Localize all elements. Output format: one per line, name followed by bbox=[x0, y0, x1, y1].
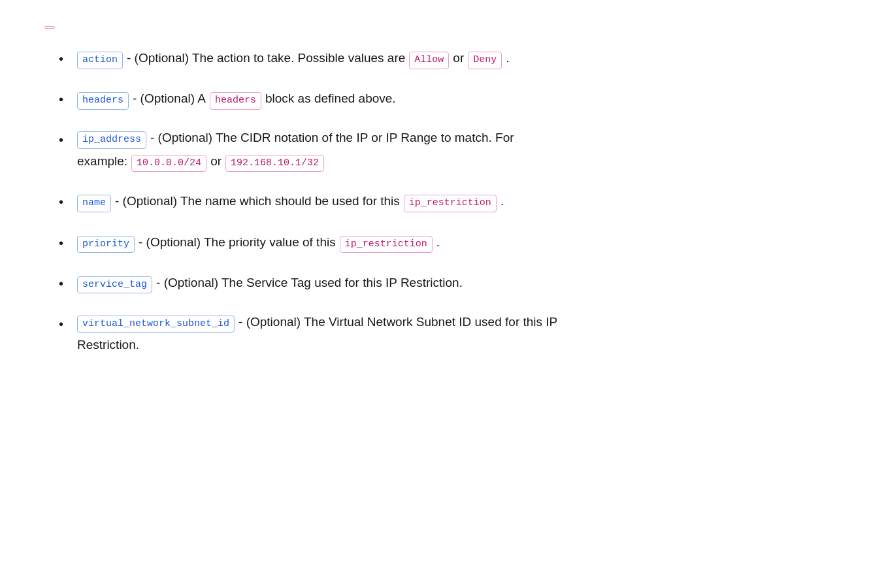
text-or-1: or bbox=[453, 47, 464, 69]
list-item-action: action - (Optional) The action to take. … bbox=[59, 47, 847, 69]
intro-line bbox=[39, 26, 847, 29]
code-headers-inline: headers bbox=[210, 92, 261, 110]
code-ip-restriction-priority: ip_restriction bbox=[340, 236, 433, 253]
list-item-ip-address: ip_address - (Optional) The CIDR notatio… bbox=[59, 128, 847, 172]
desc-headers: - (Optional) A bbox=[133, 88, 206, 110]
text-example: example: bbox=[77, 152, 127, 171]
desc-ip-address: - (Optional) The CIDR notation of the IP… bbox=[150, 128, 514, 148]
items-list: action - (Optional) The action to take. … bbox=[39, 47, 847, 355]
code-action: action bbox=[77, 52, 123, 69]
list-item-headers: headers - (Optional) A headers block as … bbox=[59, 88, 847, 110]
code-cidr-1: 10.0.0.0/24 bbox=[131, 155, 206, 172]
desc-name: - (Optional) The name which should be us… bbox=[115, 190, 400, 212]
desc-service-tag: - (Optional) The Service Tag used for th… bbox=[156, 272, 463, 294]
desc-action: - (Optional) The action to take. Possibl… bbox=[127, 47, 405, 69]
code-vnet-subnet: virtual_network_subnet_id bbox=[77, 316, 235, 333]
code-service-tag: service_tag bbox=[77, 276, 152, 294]
desc-priority: - (Optional) The priority value of this bbox=[139, 231, 336, 253]
list-item-name: name - (Optional) The name which should … bbox=[59, 190, 847, 212]
text-restriction: Restriction. bbox=[77, 335, 139, 355]
code-headers: headers bbox=[77, 92, 129, 110]
list-item-priority: priority - (Optional) The priority value… bbox=[59, 231, 847, 253]
text-or-2: or bbox=[210, 152, 222, 171]
list-item-vnet-subnet: virtual_network_subnet_id - (Optional) T… bbox=[59, 312, 847, 355]
text-dot-2: . bbox=[500, 190, 504, 212]
desc-vnet-subnet: - (Optional) The Virtual Network Subnet … bbox=[238, 312, 557, 332]
code-ip-restriction-name: ip_restriction bbox=[404, 195, 497, 212]
code-ip-address: ip_address bbox=[77, 131, 146, 149]
list-item-service-tag: service_tag - (Optional) The Service Tag… bbox=[59, 272, 847, 294]
code-priority: priority bbox=[77, 236, 135, 253]
text-dot-1: . bbox=[506, 47, 509, 69]
text-dot-3: . bbox=[436, 231, 440, 253]
code-deny: Deny bbox=[468, 52, 502, 69]
code-allow: Allow bbox=[409, 52, 449, 69]
intro-code bbox=[44, 26, 55, 29]
code-cidr-2: 192.168.10.1/32 bbox=[225, 155, 324, 172]
text-headers-suffix: block as defined above. bbox=[265, 88, 396, 110]
code-name: name bbox=[77, 195, 111, 212]
